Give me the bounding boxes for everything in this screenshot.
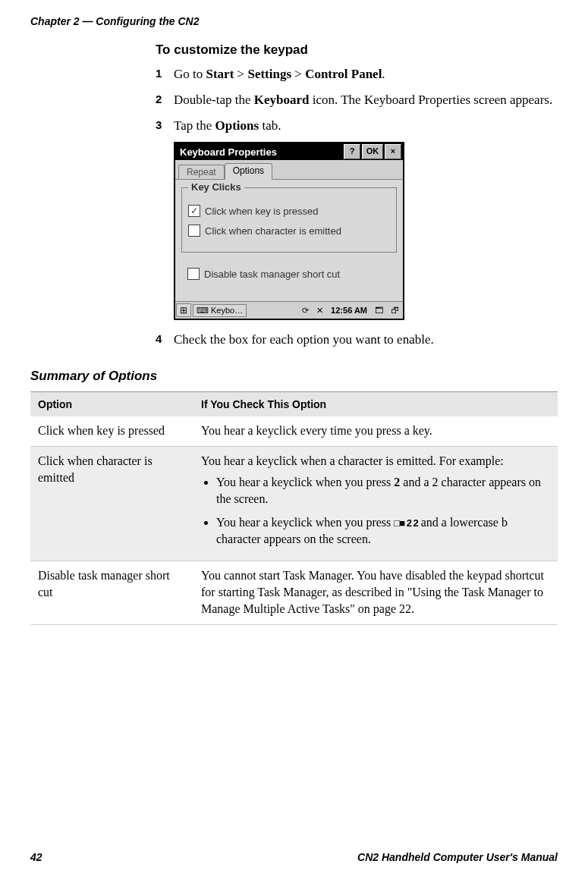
text: tab. [259, 118, 281, 133]
step-number: 2 [156, 91, 174, 109]
checkbox-label: Click when key is pressed [205, 206, 319, 217]
ok-button[interactable]: OK [362, 144, 383, 159]
tray-icon[interactable]: ✕ [313, 305, 326, 316]
checkbox-disable-taskmgr[interactable] [187, 268, 200, 280]
checkbox-key-pressed[interactable]: ✓ [188, 205, 200, 217]
tab-options[interactable]: Options [225, 163, 272, 180]
checkbox-label: Disable task manager short cut [204, 269, 340, 280]
checkbox-row-char-emitted: Click when character is emitted [188, 225, 390, 237]
text: > [234, 67, 247, 81]
col-option: Option [30, 392, 193, 417]
step-1: 1 Go to Start > Settings > Control Panel… [156, 65, 558, 83]
taskbar-app[interactable]: ⌨Keybo… [193, 304, 247, 317]
options-panel: Key Clicks ✓ Click when key is pressed C… [175, 180, 403, 301]
description-cell: You hear a keyclick when a character is … [193, 446, 558, 561]
checkbox-row-disable-taskmgr: Disable task manager short cut [187, 268, 397, 280]
text: Double-tap the [174, 93, 254, 107]
table-row: Click when character is emitted You hear… [30, 446, 558, 561]
text: icon. The Keyboard Properties screen app… [309, 93, 552, 107]
manual-title: CN2 Handheld Computer User's Manual [357, 851, 558, 863]
ui-path-start: Start [206, 67, 234, 81]
step-2: 2 Double-tap the Keyboard icon. The Keyb… [156, 91, 558, 109]
ui-path-settings: Settings [247, 67, 291, 81]
description-cell: You hear a keyclick every time you press… [193, 416, 558, 446]
page-footer: 42 CN2 Handheld Computer User's Manual [30, 851, 558, 866]
checkbox-label: Click when character is emitted [205, 225, 341, 237]
checkbox-row-key-pressed: ✓ Click when key is pressed [188, 205, 390, 217]
list-item: You hear a keyclick when you press 2 and… [216, 474, 550, 508]
page-number: 42 [30, 851, 42, 863]
keyboard-properties-window: Keyboard Properties ? OK × Repeat Option… [174, 142, 404, 320]
table-row: Click when key is pressed You hear a key… [30, 416, 558, 446]
section-heading: To customize the keypad [156, 42, 558, 58]
taskbar-app-label: Keybo… [211, 306, 243, 315]
text: Tap the [174, 118, 215, 133]
step-number: 4 [156, 331, 174, 349]
summary-table: Option If You Check This Option Click wh… [30, 391, 558, 625]
text: You hear a keyclick when you press [216, 476, 394, 488]
list-item: You hear a keyclick when you press □■ 2 … [216, 514, 550, 548]
embedded-screenshot: Keyboard Properties ? OK × Repeat Option… [174, 142, 558, 320]
step-number: 3 [156, 117, 174, 135]
option-cell: Click when character is emitted [30, 446, 193, 561]
step-4: 4 Check the box for each option you want… [156, 331, 558, 349]
help-button[interactable]: ? [344, 144, 360, 159]
window-titlebar: Keyboard Properties ? OK × [175, 143, 403, 160]
ui-options-tab: Options [215, 118, 259, 133]
text: You hear a keyclick when you press [216, 516, 394, 529]
text: Go to [174, 67, 206, 81]
table-row: Disable task manager short cut You canno… [30, 561, 558, 624]
desktop-icon[interactable]: 🗗 [388, 305, 402, 316]
key-clicks-group: Key Clicks ✓ Click when key is pressed C… [181, 187, 397, 253]
table-header-row: Option If You Check This Option [30, 392, 558, 417]
step-3: 3 Tap the Options tab. [156, 117, 558, 135]
ui-path-control-panel: Control Panel [305, 67, 382, 81]
close-button[interactable]: × [385, 144, 401, 159]
tray-icon[interactable]: ⟳ [299, 305, 312, 316]
start-button[interactable]: ⊞ [176, 303, 191, 317]
taskbar: ⊞ ⌨Keybo… ⟳ ✕ 12:56 AM 🗔 🗗 [175, 301, 403, 319]
text: > [291, 67, 305, 81]
option-cell: Click when key is pressed [30, 416, 193, 446]
text: You hear a keyclick when a character is … [201, 454, 504, 467]
tab-repeat[interactable]: Repeat [178, 165, 225, 179]
key-ref: □■ 2 2 [394, 517, 417, 530]
col-description: If You Check This Option [193, 392, 558, 417]
keyboard-icon: ⌨ [197, 306, 209, 316]
step-number: 1 [156, 65, 174, 83]
description-cell: You cannot start Task Manager. You have … [193, 561, 558, 624]
tab-row: Repeat Options [175, 160, 403, 180]
text: . [382, 67, 385, 81]
window-title: Keyboard Properties [177, 146, 342, 158]
group-label: Key Clicks [188, 181, 244, 193]
option-cell: Disable task manager short cut [30, 561, 193, 624]
ui-keyboard-icon: Keyboard [254, 93, 310, 107]
checkbox-char-emitted[interactable] [188, 225, 200, 237]
windows-icon: ⊞ [180, 305, 187, 316]
tray-icon[interactable]: 🗔 [372, 305, 386, 316]
summary-heading: Summary of Options [30, 369, 558, 384]
clock: 12:56 AM [328, 305, 370, 316]
step-text: Check the box for each option you want t… [174, 331, 558, 349]
chapter-header: Chapter 2 — Configuring the CN2 [30, 15, 558, 27]
